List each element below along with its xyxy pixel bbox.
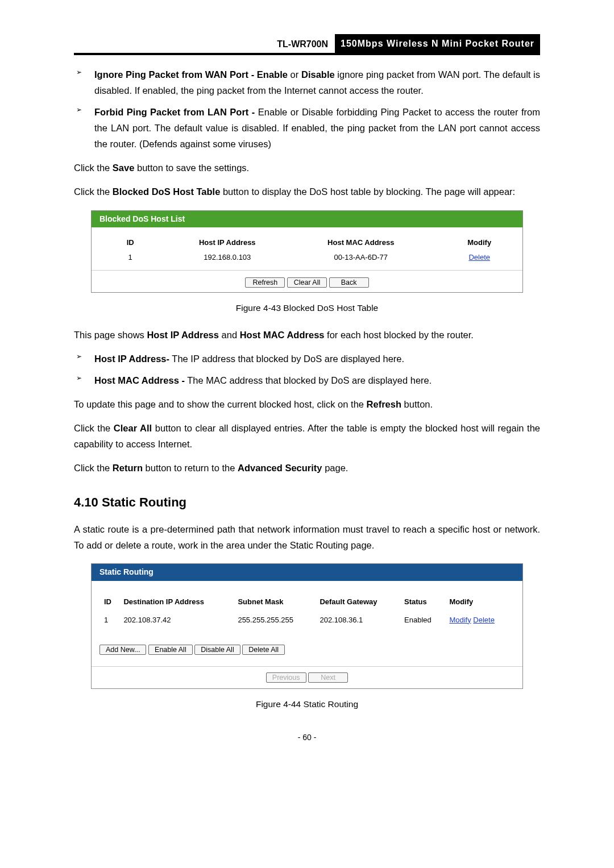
bullet-host-ip: Host IP Address- The IP address that blo… (88, 351, 540, 367)
delete-link[interactable]: Delete (468, 253, 490, 261)
route-button-row: Add New... Enable All Disable All Delete… (92, 633, 522, 666)
modify-link[interactable]: Modify (449, 616, 471, 624)
paragraph-page-shows: This page shows Host IP Address and Host… (74, 327, 540, 343)
page-number: - 60 - (74, 731, 540, 745)
paragraph-save: Click the Save button to save the settin… (74, 160, 540, 176)
col-id: ID (92, 235, 169, 250)
table-row: 1 192.168.0.103 00-13-AA-6D-77 Delete (92, 250, 522, 265)
cell-ip: 192.168.0.103 (169, 250, 285, 265)
clear-all-button[interactable]: Clear All (287, 277, 327, 288)
section-heading-static-routing: 4.10 Static Routing (74, 492, 540, 513)
col-host-mac: Host MAC Address (285, 235, 436, 250)
col-id: ID (101, 593, 119, 610)
feature-bullets-2: Host IP Address- The IP address that blo… (74, 351, 540, 388)
paragraph-blocked-table: Click the Blocked DoS Host Table button … (74, 184, 540, 200)
cell-id: 1 (92, 250, 169, 265)
page-header: TL-WR700N 150Mbps Wireless N Mini Pocket… (74, 34, 540, 55)
dos-table: ID Host IP Address Host MAC Address Modi… (92, 235, 522, 265)
delete-all-button[interactable]: Delete All (242, 645, 285, 655)
enable-all-button[interactable]: Enable All (148, 645, 193, 655)
paragraph-static-route-intro: A static route is a pre-determined path … (74, 521, 540, 553)
refresh-button[interactable]: Refresh (245, 277, 285, 288)
route-nav-row: Previous Next (92, 666, 522, 688)
model-number: TL-WR700N (272, 35, 333, 53)
col-status: Status (401, 593, 445, 610)
route-table: ID Destination IP Address Subnet Mask De… (92, 589, 522, 633)
col-modify: Modify (446, 593, 513, 610)
col-gateway: Default Gateway (316, 593, 400, 610)
col-dest-ip: Destination IP Address (120, 593, 233, 610)
bullet-label: Host MAC Address - (94, 375, 185, 385)
bullet-label: Ignore Ping Packet from WAN Port - Enabl… (94, 69, 288, 80)
dos-button-row: Refresh Clear All Back (92, 270, 522, 292)
cell-id: 1 (101, 612, 119, 629)
bullet-host-mac: Host MAC Address - The MAC address that … (88, 372, 540, 388)
col-modify: Modify (436, 235, 522, 250)
previous-button: Previous (266, 672, 306, 683)
paragraph-refresh: To update this page and to show the curr… (74, 396, 540, 412)
figure-caption-2: Figure 4-44 Static Routing (74, 697, 540, 712)
cell-dest: 202.108.37.42 (120, 612, 233, 629)
bullet-forbid-ping-lan: Forbid Ping Packet from LAN Port - Enabl… (88, 104, 540, 152)
back-button[interactable]: Back (329, 277, 369, 288)
figure-static-routing: Static Routing ID Destination IP Address… (91, 563, 523, 689)
cell-mac: 00-13-AA-6D-77 (285, 250, 436, 265)
bullet-label: Forbid Ping Packet from LAN Port - (94, 107, 255, 117)
bullet-ignore-ping-wan: Ignore Ping Packet from WAN Port - Enabl… (88, 67, 540, 98)
paragraph-clearall: Click the Clear All button to clear all … (74, 420, 540, 452)
cell-status: Enabled (401, 612, 445, 629)
figure-caption-1: Figure 4-43 Blocked DoS Host Table (74, 301, 540, 315)
col-subnet: Subnet Mask (234, 593, 315, 610)
figure-blocked-dos: Blocked DoS Host List ID Host IP Address… (91, 210, 523, 293)
disable-all-button[interactable]: Disable All (194, 645, 240, 655)
dos-titlebar: Blocked DoS Host List (92, 211, 522, 228)
bullet-label: Host IP Address- (94, 354, 169, 364)
add-new-button[interactable]: Add New... (99, 645, 146, 655)
paragraph-return: Click the Return button to return to the… (74, 460, 540, 476)
feature-bullets-1: Ignore Ping Packet from WAN Port - Enabl… (74, 67, 540, 152)
delete-link[interactable]: Delete (473, 616, 495, 624)
table-header-row: ID Host IP Address Host MAC Address Modi… (92, 235, 522, 250)
col-host-ip: Host IP Address (169, 235, 285, 250)
table-row: 1 202.108.37.42 255.255.255.255 202.108.… (101, 612, 513, 629)
next-button: Next (308, 672, 348, 683)
model-description: 150Mbps Wireless N Mini Pocket Router (335, 34, 540, 53)
cell-mask: 255.255.255.255 (234, 612, 315, 629)
table-header-row: ID Destination IP Address Subnet Mask De… (101, 593, 513, 610)
cell-gw: 202.108.36.1 (316, 612, 400, 629)
route-titlebar: Static Routing (92, 564, 522, 581)
